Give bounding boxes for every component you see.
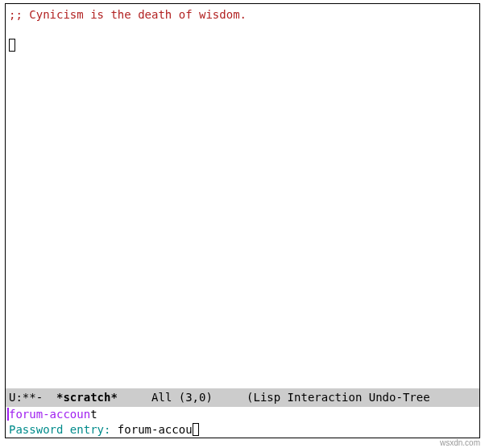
buffer-area[interactable]: ;; Cynicism is the death of wisdom. xyxy=(6,4,479,388)
completion-first-char: f xyxy=(7,408,15,421)
editor-frame: ;; Cynicism is the death of wisdom. U:**… xyxy=(5,3,480,438)
watermark: wsxdn.com xyxy=(440,438,480,449)
cursor xyxy=(9,39,15,52)
modeline-status: U:**- xyxy=(9,391,56,404)
minibuffer-prompt: Password entry: xyxy=(9,423,118,436)
comment-line: ;; Cynicism is the death of wisdom. xyxy=(9,8,247,21)
completion-tail: t xyxy=(90,408,97,421)
completion-prefix: orum-accoun xyxy=(15,408,90,421)
modeline-modes: (Lisp Interaction Undo-Tree xyxy=(247,391,430,404)
minibuffer-prompt-line[interactable]: Password entry: forum-accou xyxy=(6,422,479,438)
modeline-buffer-name: *scratch* xyxy=(56,391,118,404)
minibuffer-completion: forum-account xyxy=(6,407,479,422)
minibuffer-input[interactable]: forum-accou xyxy=(118,423,193,436)
modeline-position: All (3,0) xyxy=(151,391,213,404)
mode-line[interactable]: U:**- *scratch* All (3,0) (Lisp Interact… xyxy=(6,388,479,407)
minibuffer-cursor xyxy=(193,423,199,436)
